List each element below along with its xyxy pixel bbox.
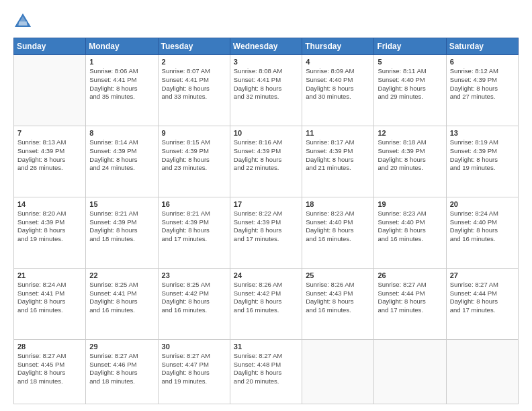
calendar-cell: 11Sunrise: 8:17 AM Sunset: 4:39 PM Dayli…: [302, 126, 374, 197]
day-number: 18: [306, 200, 370, 208]
calendar-week-row: 21Sunrise: 8:24 AM Sunset: 4:41 PM Dayli…: [14, 268, 519, 339]
day-number: 27: [450, 271, 515, 279]
calendar-cell: 3Sunrise: 8:08 AM Sunset: 4:41 PM Daylig…: [230, 55, 302, 126]
day-info: Sunrise: 8:08 AM Sunset: 4:41 PM Dayligh…: [234, 67, 298, 101]
day-number: 19: [378, 200, 442, 208]
calendar-cell: 5Sunrise: 8:11 AM Sunset: 4:40 PM Daylig…: [374, 55, 446, 126]
calendar-cell: 17Sunrise: 8:22 AM Sunset: 4:39 PM Dayli…: [230, 197, 302, 268]
calendar-cell: 4Sunrise: 8:09 AM Sunset: 4:40 PM Daylig…: [302, 55, 374, 126]
calendar-cell: 26Sunrise: 8:27 AM Sunset: 4:44 PM Dayli…: [374, 268, 446, 339]
day-number: 28: [17, 342, 82, 351]
calendar-cell: 13Sunrise: 8:19 AM Sunset: 4:39 PM Dayli…: [446, 126, 518, 197]
day-info: Sunrise: 8:21 AM Sunset: 4:39 PM Dayligh…: [89, 210, 154, 244]
calendar-cell: 25Sunrise: 8:26 AM Sunset: 4:43 PM Dayli…: [302, 268, 374, 339]
calendar-week-row: 1Sunrise: 8:06 AM Sunset: 4:41 PM Daylig…: [14, 55, 519, 126]
calendar-cell: [14, 55, 86, 126]
day-number: 3: [234, 58, 298, 66]
calendar-cell: [302, 339, 374, 404]
calendar-cell: 24Sunrise: 8:26 AM Sunset: 4:42 PM Dayli…: [230, 268, 302, 339]
day-info: Sunrise: 8:26 AM Sunset: 4:43 PM Dayligh…: [306, 281, 370, 315]
calendar-cell: 9Sunrise: 8:15 AM Sunset: 4:39 PM Daylig…: [158, 126, 230, 197]
day-number: 31: [234, 342, 298, 351]
day-number: 26: [378, 271, 442, 279]
day-number: 23: [162, 271, 226, 279]
day-info: Sunrise: 8:26 AM Sunset: 4:42 PM Dayligh…: [234, 281, 298, 315]
day-number: 16: [162, 200, 226, 208]
day-info: Sunrise: 8:21 AM Sunset: 4:39 PM Dayligh…: [162, 210, 226, 244]
day-number: 6: [450, 58, 515, 66]
logo-icon: [13, 12, 32, 31]
day-info: Sunrise: 8:23 AM Sunset: 4:40 PM Dayligh…: [306, 210, 370, 244]
day-number: 21: [17, 271, 82, 279]
calendar-week-row: 7Sunrise: 8:13 AM Sunset: 4:39 PM Daylig…: [14, 126, 519, 197]
day-info: Sunrise: 8:27 AM Sunset: 4:46 PM Dayligh…: [89, 352, 154, 386]
day-number: 5: [378, 58, 442, 66]
calendar-cell: 8Sunrise: 8:14 AM Sunset: 4:39 PM Daylig…: [86, 126, 158, 197]
day-number: 4: [306, 58, 370, 66]
day-number: 22: [89, 271, 154, 279]
day-number: 2: [162, 58, 226, 66]
day-number: 12: [378, 129, 442, 137]
weekday-header-tuesday: Tuesday: [158, 38, 230, 55]
weekday-header-wednesday: Wednesday: [230, 38, 302, 55]
weekday-header-thursday: Thursday: [302, 38, 374, 55]
calendar-cell: 2Sunrise: 8:07 AM Sunset: 4:41 PM Daylig…: [158, 55, 230, 126]
day-info: Sunrise: 8:12 AM Sunset: 4:39 PM Dayligh…: [450, 67, 515, 101]
header: [13, 12, 519, 31]
day-info: Sunrise: 8:22 AM Sunset: 4:39 PM Dayligh…: [234, 210, 298, 244]
day-number: 8: [89, 129, 154, 137]
day-info: Sunrise: 8:16 AM Sunset: 4:39 PM Dayligh…: [234, 138, 298, 173]
day-info: Sunrise: 8:24 AM Sunset: 4:41 PM Dayligh…: [17, 281, 82, 315]
calendar-week-row: 14Sunrise: 8:20 AM Sunset: 4:39 PM Dayli…: [14, 197, 519, 268]
day-info: Sunrise: 8:27 AM Sunset: 4:45 PM Dayligh…: [17, 352, 82, 386]
calendar-table: SundayMondayTuesdayWednesdayThursdayFrid…: [13, 38, 519, 404]
day-info: Sunrise: 8:23 AM Sunset: 4:40 PM Dayligh…: [378, 210, 442, 244]
weekday-header-sunday: Sunday: [14, 38, 86, 55]
weekday-header-row: SundayMondayTuesdayWednesdayThursdayFrid…: [14, 38, 519, 55]
calendar-cell: 10Sunrise: 8:16 AM Sunset: 4:39 PM Dayli…: [230, 126, 302, 197]
day-number: 29: [89, 342, 154, 351]
day-number: 25: [306, 271, 370, 279]
day-info: Sunrise: 8:27 AM Sunset: 4:44 PM Dayligh…: [378, 281, 442, 315]
day-info: Sunrise: 8:25 AM Sunset: 4:42 PM Dayligh…: [162, 281, 226, 315]
calendar-cell: 19Sunrise: 8:23 AM Sunset: 4:40 PM Dayli…: [374, 197, 446, 268]
day-info: Sunrise: 8:24 AM Sunset: 4:40 PM Dayligh…: [450, 210, 515, 244]
day-number: 10: [234, 129, 298, 137]
day-number: 20: [450, 200, 515, 208]
calendar-cell: 20Sunrise: 8:24 AM Sunset: 4:40 PM Dayli…: [446, 197, 518, 268]
day-number: 7: [17, 129, 82, 137]
calendar-cell: [446, 339, 518, 404]
svg-rect-2: [19, 21, 27, 26]
day-info: Sunrise: 8:07 AM Sunset: 4:41 PM Dayligh…: [162, 67, 226, 101]
day-number: 17: [234, 200, 298, 208]
day-number: 30: [162, 342, 226, 351]
calendar-cell: 27Sunrise: 8:27 AM Sunset: 4:44 PM Dayli…: [446, 268, 518, 339]
calendar-cell: 12Sunrise: 8:18 AM Sunset: 4:39 PM Dayli…: [374, 126, 446, 197]
logo: [13, 12, 35, 31]
day-info: Sunrise: 8:09 AM Sunset: 4:40 PM Dayligh…: [306, 67, 370, 101]
calendar-cell: 14Sunrise: 8:20 AM Sunset: 4:39 PM Dayli…: [14, 197, 86, 268]
calendar-week-row: 28Sunrise: 8:27 AM Sunset: 4:45 PM Dayli…: [14, 339, 519, 404]
day-info: Sunrise: 8:14 AM Sunset: 4:39 PM Dayligh…: [89, 138, 154, 173]
day-number: 9: [162, 129, 226, 137]
calendar-cell: 1Sunrise: 8:06 AM Sunset: 4:41 PM Daylig…: [86, 55, 158, 126]
calendar-cell: 16Sunrise: 8:21 AM Sunset: 4:39 PM Dayli…: [158, 197, 230, 268]
calendar-cell: [374, 339, 446, 404]
day-info: Sunrise: 8:27 AM Sunset: 4:48 PM Dayligh…: [234, 352, 298, 386]
calendar-cell: 22Sunrise: 8:25 AM Sunset: 4:41 PM Dayli…: [86, 268, 158, 339]
day-info: Sunrise: 8:06 AM Sunset: 4:41 PM Dayligh…: [89, 67, 154, 101]
calendar-cell: 21Sunrise: 8:24 AM Sunset: 4:41 PM Dayli…: [14, 268, 86, 339]
page: SundayMondayTuesdayWednesdayThursdayFrid…: [0, 0, 532, 411]
day-number: 14: [17, 200, 82, 208]
day-info: Sunrise: 8:11 AM Sunset: 4:40 PM Dayligh…: [378, 67, 442, 101]
calendar-cell: 15Sunrise: 8:21 AM Sunset: 4:39 PM Dayli…: [86, 197, 158, 268]
day-number: 1: [89, 58, 154, 66]
day-info: Sunrise: 8:27 AM Sunset: 4:44 PM Dayligh…: [450, 281, 515, 315]
day-number: 24: [234, 271, 298, 279]
day-info: Sunrise: 8:18 AM Sunset: 4:39 PM Dayligh…: [378, 138, 442, 173]
day-number: 15: [89, 200, 154, 208]
calendar-cell: 31Sunrise: 8:27 AM Sunset: 4:48 PM Dayli…: [230, 339, 302, 404]
calendar-cell: 6Sunrise: 8:12 AM Sunset: 4:39 PM Daylig…: [446, 55, 518, 126]
day-info: Sunrise: 8:25 AM Sunset: 4:41 PM Dayligh…: [89, 281, 154, 315]
calendar-cell: 30Sunrise: 8:27 AM Sunset: 4:47 PM Dayli…: [158, 339, 230, 404]
